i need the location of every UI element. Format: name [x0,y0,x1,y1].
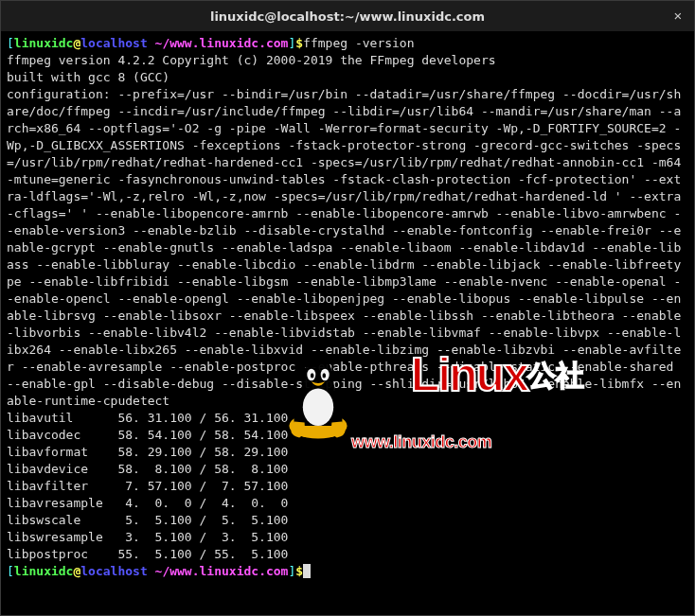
titlebar[interactable]: linuxidc@localhost:~/www.linuxidc.com × [1,1,694,31]
prompt-user: linuxidc [14,36,74,50]
watermark-url: www.linuxidc.com [351,433,584,450]
prompt-user: linuxidc [14,564,74,578]
terminal-window: linuxidc@localhost:~/www.linuxidc.com × … [0,0,695,616]
close-icon[interactable]: × [668,6,688,26]
watermark-corner: 黑区网络 www.heiqu.com [537,590,681,616]
prompt-host: localhost [80,36,147,50]
prompt-path: ~/www.linuxidc.com [155,36,289,50]
prompt-dollar: $ [295,564,303,578]
prompt-dollar: $ [295,36,303,50]
command-text: ffmpeg -version [303,36,414,50]
prompt-bracket: [ [7,564,14,578]
prompt-path: ~/www.linuxidc.com [155,564,289,578]
window-title: linuxidc@localhost:~/www.linuxidc.com [210,9,485,24]
watermark-center: Linux公社 www.linuxidc.com [351,315,584,484]
cursor-icon [303,564,311,578]
command-output: ffmpeg version 4.2.2 Copyright (c) 2000-… [7,53,688,561]
terminal-body[interactable]: [linuxidc@localhost ~/www.linuxidc.com]$… [1,31,694,616]
prompt-host: localhost [80,564,147,578]
prompt-sep [148,564,155,578]
svg-point-0 [289,414,347,439]
prompt-sep [148,36,155,50]
svg-point-1 [303,388,333,426]
prompt-bracket: [ [7,36,14,50]
prompt-line: [linuxidc@localhost ~/www.linuxidc.com]$… [7,36,415,50]
prompt-line: [linuxidc@localhost ~/www.linuxidc.com]$ [7,564,303,578]
